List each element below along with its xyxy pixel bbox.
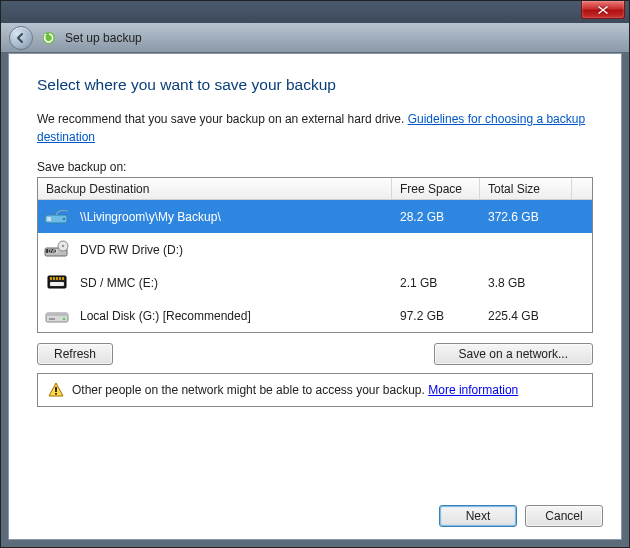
svg-point-18 xyxy=(63,317,65,319)
svg-point-8 xyxy=(62,244,65,247)
warning-box: Other people on the network might be abl… xyxy=(37,373,593,407)
grid-body: \\Livingroom\y\My Backup\ 28.2 GB 372.6 … xyxy=(38,200,592,332)
dvd-drive-icon: DVD xyxy=(44,239,72,261)
svg-rect-17 xyxy=(46,313,68,316)
svg-rect-19 xyxy=(49,318,55,320)
col-header-spacer xyxy=(572,178,592,199)
destination-name: DVD RW Drive (D:) xyxy=(80,243,183,257)
svg-point-3 xyxy=(63,217,66,220)
svg-rect-14 xyxy=(62,277,64,280)
wizard-window: Set up backup Select where you want to s… xyxy=(0,0,630,548)
refresh-button[interactable]: Refresh xyxy=(37,343,113,365)
close-icon xyxy=(598,6,608,14)
free-space: 97.2 GB xyxy=(392,309,480,323)
content-pane: Select where you want to save your backu… xyxy=(8,53,622,540)
svg-text:DVD: DVD xyxy=(48,248,58,253)
warning-text: Other people on the network might be abl… xyxy=(72,383,428,397)
footer-buttons: Next Cancel xyxy=(439,505,603,527)
free-space: 2.1 GB xyxy=(392,276,480,290)
svg-rect-21 xyxy=(55,393,57,395)
destination-row[interactable]: SD / MMC (E:) 2.1 GB 3.8 GB xyxy=(38,266,592,299)
backup-setup-icon xyxy=(41,30,57,46)
titlebar xyxy=(1,1,629,23)
warning-icon xyxy=(48,382,64,398)
svg-rect-2 xyxy=(47,217,51,221)
total-size: 3.8 GB xyxy=(480,276,572,290)
save-on-network-button[interactable]: Save on a network... xyxy=(434,343,593,365)
button-row: Refresh Save on a network... xyxy=(37,343,593,365)
network-drive-icon xyxy=(44,206,72,228)
destination-grid: Backup Destination Free Space Total Size… xyxy=(37,177,593,333)
svg-rect-10 xyxy=(50,277,52,280)
destination-name: SD / MMC (E:) xyxy=(80,276,158,290)
sd-card-icon xyxy=(44,272,72,294)
nav-bar: Set up backup xyxy=(1,23,629,53)
local-disk-icon xyxy=(44,305,72,327)
back-button[interactable] xyxy=(9,26,33,50)
col-header-destination[interactable]: Backup Destination xyxy=(38,178,392,199)
arrow-left-icon xyxy=(15,32,27,44)
close-button[interactable] xyxy=(581,1,625,19)
svg-rect-12 xyxy=(56,277,58,280)
svg-rect-11 xyxy=(53,277,55,280)
free-space: 28.2 GB xyxy=(392,210,480,224)
warning-text-wrap: Other people on the network might be abl… xyxy=(72,383,518,397)
recommend-prefix: We recommend that you save your backup o… xyxy=(37,112,408,126)
destination-row[interactable]: Local Disk (G:) [Recommended] 97.2 GB 22… xyxy=(38,299,592,332)
save-on-label: Save backup on: xyxy=(37,160,593,174)
cancel-button[interactable]: Cancel xyxy=(525,505,603,527)
svg-rect-13 xyxy=(59,277,61,280)
svg-rect-20 xyxy=(55,387,57,392)
more-info-link[interactable]: More information xyxy=(428,383,518,397)
destination-row[interactable]: \\Livingroom\y\My Backup\ 28.2 GB 372.6 … xyxy=(38,200,592,233)
total-size: 225.4 GB xyxy=(480,309,572,323)
destination-name: Local Disk (G:) [Recommended] xyxy=(80,309,251,323)
next-button[interactable]: Next xyxy=(439,505,517,527)
col-header-free-space[interactable]: Free Space xyxy=(392,178,480,199)
total-size: 372.6 GB xyxy=(480,210,572,224)
destination-name: \\Livingroom\y\My Backup\ xyxy=(80,210,221,224)
svg-rect-15 xyxy=(50,282,64,286)
destination-row[interactable]: DVD DVD RW Drive (D:) xyxy=(38,233,592,266)
grid-header: Backup Destination Free Space Total Size xyxy=(38,178,592,200)
nav-title: Set up backup xyxy=(65,31,142,45)
page-heading: Select where you want to save your backu… xyxy=(37,76,593,94)
recommend-text: We recommend that you save your backup o… xyxy=(37,110,593,146)
col-header-total-size[interactable]: Total Size xyxy=(480,178,572,199)
